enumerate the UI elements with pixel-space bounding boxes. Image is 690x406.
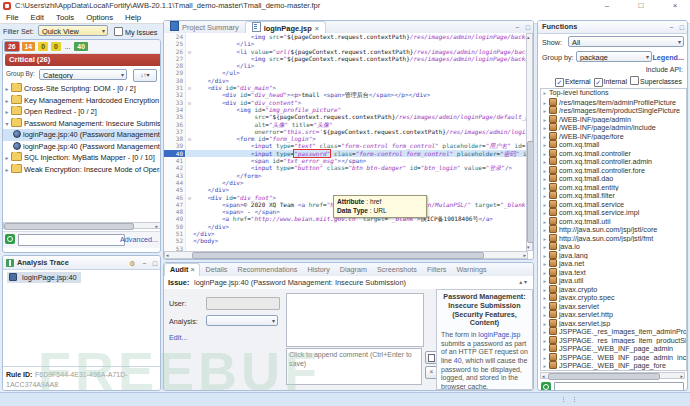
function-item[interactable]: ▸com.xq.tmall.service [541, 200, 686, 209]
maximize-icon[interactable]: □ [526, 24, 530, 31]
comment-history-box[interactable] [286, 293, 424, 347]
search-icon[interactable] [541, 382, 551, 391]
code-line[interactable]: 34 <img id="img_profile_picture" [164, 106, 528, 113]
function-item[interactable]: ▸java.text [541, 268, 686, 277]
menu-help[interactable]: Help [119, 12, 147, 23]
function-item[interactable]: ▸com.xq.tmall.filter [541, 191, 686, 200]
function-item[interactable]: ▸java.net [541, 259, 686, 268]
editor-tab-loginpage-jsp[interactable]: loginPage.jsp× [245, 21, 326, 33]
tree-twisty-icon[interactable]: ▸ [541, 124, 549, 132]
function-item[interactable]: ▸javax.servlet [541, 302, 686, 311]
tree-twisty-icon[interactable]: ▸ [541, 192, 549, 200]
issues-search-input[interactable] [18, 234, 125, 246]
advanced-link[interactable]: Advanced... [120, 235, 158, 244]
close-icon[interactable]: × [190, 266, 194, 273]
function-item[interactable]: ▸com.xq.tmall.controller [541, 149, 686, 158]
function-item[interactable]: ▸com.xq.tmall.dao [541, 174, 686, 183]
show-dropdown[interactable]: All ▾ [568, 36, 684, 47]
fn-group-by-dropdown[interactable]: package ▾ [576, 51, 652, 62]
tree-twisty-icon[interactable]: ▸ [541, 116, 549, 124]
function-item[interactable]: ▸javax.servlet.jsp [541, 319, 686, 328]
issue-folder-row[interactable]: ▾Password Management: Insecure Submissio… [3, 118, 160, 130]
group-by-dropdown[interactable]: Category ▾ [39, 69, 127, 80]
tab-warnings[interactable]: Warnings [451, 264, 491, 276]
tab-screenshots[interactable]: Screenshots [372, 264, 422, 276]
tree-twisty-icon[interactable]: ▸ [541, 252, 549, 260]
tree-twisty-icon[interactable]: ▸ [541, 269, 549, 277]
code-line[interactable]: 31⊟ <div id="div_main"> [164, 84, 528, 91]
menu-tools[interactable]: Tools [50, 12, 80, 23]
tree-twisty-icon[interactable]: ▸ [541, 320, 549, 328]
code-line[interactable]: 36 alt="头像" title="头像" [164, 121, 528, 128]
tree-twisty-icon[interactable]: ▸ [541, 354, 549, 362]
function-item[interactable]: ▸com.xq.tmall [541, 140, 686, 149]
issue-folder-row[interactable]: ▸SQL Injection: MyBatis Mapper - [0 / 10… [3, 152, 160, 164]
description-link[interactable]: loginPage.jsp [478, 331, 520, 338]
functions-search-input[interactable] [554, 382, 684, 391]
minimize-icon[interactable]: − [515, 24, 519, 31]
tree-twisty-icon[interactable]: ▸ [541, 209, 549, 217]
severity-badge-0[interactable]: 26 [5, 42, 19, 51]
checkbox-external[interactable]: ✓External [555, 78, 594, 85]
function-item[interactable]: ▸com.xq.tmall.service.impl [541, 208, 686, 217]
code-line[interactable]: 28 </li> [164, 62, 528, 69]
tab-diagram[interactable]: Diagram [335, 264, 372, 276]
severity-badge-5[interactable]: 40 [74, 42, 88, 51]
function-item[interactable]: ▸javax.crypto [541, 285, 686, 294]
tree-twisty-icon[interactable]: ▸ [541, 184, 549, 192]
tree-twisty-icon[interactable]: ▸ [541, 167, 549, 175]
sort-button[interactable]: ↓↑▾ [133, 69, 157, 82]
scroll-right-icon[interactable]: ▸ [155, 223, 158, 229]
search-icon[interactable] [5, 234, 15, 244]
code-line[interactable]: 29 </ul> [164, 69, 528, 76]
tree-twisty-icon[interactable]: ▸ [3, 153, 11, 164]
function-item[interactable]: ▸/res/images/item/adminProfilePicture [541, 98, 686, 107]
issue-row[interactable]: loginPage.jsp:40 (Password Management: I… [3, 129, 160, 141]
issues-horizontal-scrollbar[interactable]: ▸ [3, 221, 160, 229]
tree-twisty-icon[interactable]: ▸ [541, 243, 549, 251]
description-link[interactable]: 40 [454, 357, 462, 364]
analysis-dropdown[interactable]: ▾ [206, 315, 278, 326]
function-item[interactable]: ▸/res/images/item/productSinglePicture [541, 106, 686, 115]
code-line[interactable]: 37 onerror="this.src='${pageContext.requ… [164, 128, 528, 135]
code-line[interactable]: 32 <div id="div_head"><p>tmall <span>管理后… [164, 91, 528, 98]
function-item[interactable]: ▸java.lang [541, 251, 686, 260]
tree-twisty-icon[interactable]: ▸ [541, 328, 549, 336]
issue-folder-row[interactable]: ▸Key Management: Hardcoded Encryption Ke… [3, 95, 160, 107]
issue-folder-row[interactable]: ▸Cross-Site Scripting: DOM - [0 / 2] [3, 83, 160, 95]
legend-link[interactable]: Legend... [652, 53, 684, 62]
tree-twisty-icon[interactable]: ▸ [541, 175, 549, 183]
function-item[interactable]: ▸com.xq.tmall.entity [541, 183, 686, 192]
function-item[interactable]: ▸com.xq.tmall.controller.fore [541, 166, 686, 175]
tree-twisty-icon[interactable]: ▸ [541, 311, 549, 319]
issue-row[interactable]: loginPage.jsp:40 (Password Management: I… [3, 141, 160, 153]
tree-twisty-icon[interactable]: ▸ [541, 141, 549, 149]
checkbox-superclasses[interactable]: Superclasses [630, 78, 685, 85]
trace-tool-icon[interactable]: ⚙ [129, 260, 135, 267]
tree-twisty-icon[interactable]: ▸ [3, 96, 11, 107]
code-line[interactable]: 35 src="${pageContext.request.contextPat… [164, 113, 528, 120]
tree-twisty-icon[interactable]: ▸ [541, 277, 549, 285]
tree-twisty-icon[interactable]: ▸ [541, 345, 549, 353]
tab-history[interactable]: History [302, 264, 334, 276]
tree-twisty-icon[interactable]: ▸ [541, 294, 549, 302]
window-maximize-button[interactable]: □ [632, 0, 650, 11]
function-item[interactable]: ▸http://java.sun.com/jsp/jstl/core [541, 225, 686, 234]
critical-group-header[interactable]: Critical (26) [5, 54, 161, 66]
function-item[interactable]: ▸JSPPAGE._res_images_item_adminProfilePi… [541, 327, 686, 336]
code-line[interactable]: 44 </div> [164, 179, 528, 186]
function-item[interactable]: ▸javax.crypto.spec [541, 293, 686, 302]
scroll-left-icon[interactable]: ◂ [542, 373, 545, 379]
function-item[interactable]: ▸java.io [541, 242, 686, 251]
code-line[interactable]: 45 </div> [164, 186, 528, 193]
tree-twisty-icon[interactable]: ▸ [3, 165, 11, 176]
code-line[interactable]: 50 </div> [164, 223, 528, 230]
functions-horizontal-scrollbar[interactable]: ◂ ▸ [540, 371, 685, 379]
function-item[interactable]: ▸JSPPAGE._res_images_item_productSingleP… [541, 336, 686, 345]
tree-twisty-icon[interactable]: ▸ [541, 89, 549, 98]
tree-twisty-icon[interactable]: ▸ [541, 150, 549, 158]
comment-input[interactable]: Click to append comment (Ctrl+Enter to s… [286, 348, 422, 385]
tree-twisty-icon[interactable]: ▸ [541, 218, 549, 226]
edit-link[interactable]: Edit... [169, 333, 187, 342]
code-line[interactable]: 38⊟ <form id="form_login"> [164, 135, 528, 142]
